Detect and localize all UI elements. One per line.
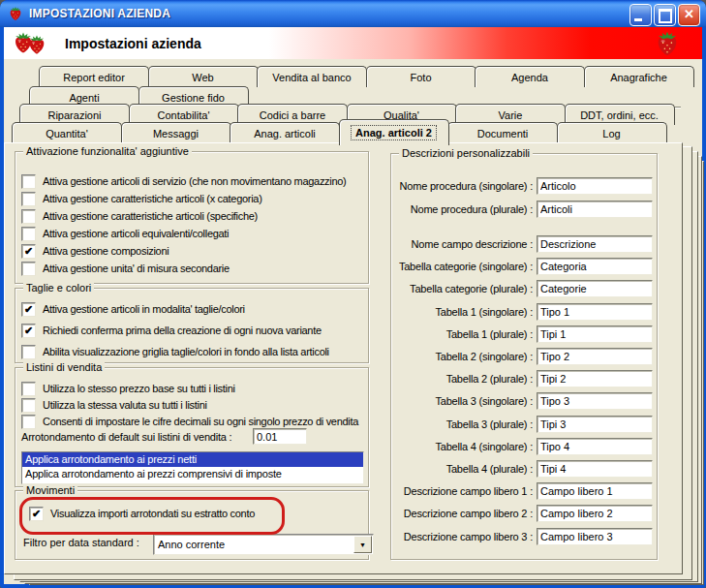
tab-log[interactable]: Log <box>557 122 667 143</box>
checkbox-richiedi-conferma-prima-della-creazione-di-ogni-nuova-variante[interactable]: ✔Richiedi conferma prima della creazione… <box>21 323 368 338</box>
tab-label: Vendita al banco <box>272 72 351 83</box>
checkbox-label: Attiva gestione caratteristiche articoli… <box>43 210 258 222</box>
checkbox-label: Attiva gestione articoli di servizio (ch… <box>43 175 346 187</box>
rounding-label: Arrotondamento di default sui listini di… <box>21 431 231 443</box>
page-title: Impostazioni azienda <box>65 36 201 51</box>
field-row: Tabella categorie (singolare) : <box>391 258 657 276</box>
close-button[interactable]: ✕ <box>678 4 700 26</box>
field-input-tabella-4-plurale[interactable] <box>537 460 653 478</box>
list-option-applica-arrotondamento-ai-prezzi-comprensivi-di-imposte[interactable]: Applica arrotondamento ai prezzi compren… <box>22 467 363 481</box>
field-label: Tabella 1 (singolare) : <box>391 306 533 318</box>
tab-page-anag-articoli-2: Attivazione funzionalita' aggiuntive Att… <box>4 142 683 574</box>
tab-quantita[interactable]: Quantita' <box>12 122 122 143</box>
checkbox-label: Consenti di impostare le cifre decimali … <box>43 416 358 427</box>
tab-label: Anagrafiche <box>610 72 667 83</box>
checkbox-label: Utilizza lo stesso prezzo base su tutti … <box>43 383 235 394</box>
field-label: Descrizione campo libero 3 : <box>391 531 533 542</box>
tab-anag-articoli-2[interactable]: Anag. articoli 2 <box>339 119 449 145</box>
field-input-descrizione-campo-libero-1[interactable] <box>537 482 653 500</box>
minimize-button[interactable] <box>629 4 652 26</box>
group-movimenti: Movimenti ✔Visualizza importi arrotondat… <box>15 490 369 560</box>
field-label: Tabella categorie (plurale) : <box>391 283 533 294</box>
strawberry-icon <box>654 30 681 57</box>
field-input-descrizione-campo-libero-2[interactable] <box>537 505 653 522</box>
checkbox-unchecked-icon <box>21 174 36 189</box>
checkbox-unchecked-icon <box>21 415 36 429</box>
field-input-tabella-3-singolare[interactable] <box>537 392 653 410</box>
tab-anag-articoli[interactable]: Anag. articoli <box>230 122 340 143</box>
filter-date-label: Filtro per data standard : <box>23 537 139 548</box>
client-area: Report editorWebVendita al bancoFotoAgen… <box>4 59 702 584</box>
checkbox-attiva-gestione-articoli-di-servizio-che-non-movimentano-magazzino[interactable]: Attiva gestione articoli di servizio (ch… <box>21 173 368 189</box>
titlebar[interactable]: IMPOSTAZIONI AZIENDA ✕ <box>0 0 706 27</box>
field-row: Tabella 2 (plurale) : <box>391 370 657 388</box>
field-input-nome-procedura-singolare[interactable] <box>537 177 653 195</box>
checkbox-abilita-visualizzazione-griglia-taglie-colori-in-fondo-alla-lista-articoli[interactable]: Abilita visualizzazione griglia taglie/c… <box>21 344 368 359</box>
field-input-tabella-categorie-singolare[interactable] <box>537 258 653 275</box>
group-descrizioni-personalizzabili: Descrizioni personalizzabili Nome proced… <box>390 153 658 560</box>
field-row: Nome campo descrizione : <box>391 235 657 254</box>
field-input-tabella-2-plurale[interactable] <box>537 370 653 387</box>
tab-report-editor[interactable]: Report editor <box>39 66 149 87</box>
minimize-icon <box>634 18 642 21</box>
tab-label: Anag. articoli <box>254 128 316 139</box>
checkbox-attiva-gestione-composizioni[interactable]: ✔Attiva gestione composizioni <box>21 243 368 259</box>
field-label: Tabella 3 (singolare) : <box>391 395 533 407</box>
field-label: Descrizione campo libero 2 : <box>391 508 533 519</box>
rounding-input[interactable] <box>253 428 307 445</box>
field-row: Tabella 4 (singolare) : <box>391 438 657 456</box>
checkbox-label: Attiva gestione composizioni <box>43 245 169 257</box>
tab-label: DDT, ordini, ecc. <box>580 109 659 121</box>
tab-anagrafiche[interactable]: Anagrafiche <box>584 66 694 87</box>
field-input-tabella-4-singolare[interactable] <box>537 438 653 455</box>
field-row: Tabella 2 (singolare) : <box>391 348 657 366</box>
field-label: Tabella 1 (plurale) : <box>391 328 533 340</box>
rounding-mode-listbox[interactable]: Applica arrotondamento ai prezzi nettiAp… <box>21 451 364 484</box>
field-label: Nome procedura (singolare) : <box>391 180 533 192</box>
tab-label: Riparazioni <box>47 109 101 121</box>
field-input-nome-campo-descrizione[interactable] <box>537 235 653 253</box>
group-listini-vendita: Listini di vendita Utilizza lo stesso pr… <box>15 367 369 487</box>
tab-label: Agenti <box>69 92 99 104</box>
combobox-value: Anno corrente <box>154 539 353 550</box>
checkbox-utilizza-la-stessa-valuta-su-tutti-i-listini[interactable]: Utilizza la stessa valuta su tutti i lis… <box>21 397 368 413</box>
tab-label: Agenda <box>511 72 548 83</box>
checkbox-attiva-gestione-unita-di-misura-secondarie[interactable]: Attiva gestione unita' di misura seconda… <box>21 261 368 276</box>
field-input-nome-procedura-plurale[interactable] <box>537 201 653 218</box>
chevron-down-icon: ▼ <box>359 542 366 548</box>
checkbox-attiva-gestione-articoli-in-modalita-taglie-colori[interactable]: ✔Attiva gestione articoli in modalita' t… <box>21 301 368 317</box>
checkbox-label: Abilita visualizzazione griglia taglie/c… <box>43 346 329 357</box>
tab-foto[interactable]: Foto <box>366 66 476 87</box>
header-banner: Impostazioni azienda <box>4 27 702 59</box>
field-input-tabella-1-plurale[interactable] <box>537 325 653 343</box>
tab-label: Anag. articoli 2 <box>352 126 436 139</box>
combobox-dropdown-button[interactable]: ▼ <box>353 536 372 553</box>
filter-date-combobox[interactable]: Anno corrente ▼ <box>153 534 374 555</box>
checkbox-label: Attiva gestione articoli equivalenti/col… <box>43 228 229 239</box>
field-input-tabella-categorie-plurale[interactable] <box>537 280 653 297</box>
checkbox-attiva-gestione-caratteristiche-articoli-specifiche[interactable]: Attiva gestione caratteristiche articoli… <box>21 208 368 224</box>
checkbox-label: Attiva gestione articoli in modalita' ta… <box>43 303 245 315</box>
tab-label: Varie <box>499 109 523 121</box>
tab-agenda[interactable]: Agenda <box>475 66 585 87</box>
checkbox-attiva-gestione-caratteristiche-articoli-x-categoria[interactable]: Attiva gestione caratteristiche articoli… <box>21 191 368 206</box>
field-input-tabella-2-singolare[interactable] <box>537 348 653 365</box>
list-option-applica-arrotondamento-ai-prezzi-netti[interactable]: Applica arrotondamento ai prezzi netti <box>22 452 363 467</box>
strawberries-icon <box>12 31 47 55</box>
checkbox-utilizza-lo-stesso-prezzo-base-su-tutti-i-listini[interactable]: Utilizza lo stesso prezzo base su tutti … <box>21 381 368 396</box>
checkbox-consenti-di-impostare-le-cifre-decimali-su-ogni-singolo-prezzo-di-vendita[interactable]: Consenti di impostare le cifre decimali … <box>21 414 368 429</box>
tab-web[interactable]: Web <box>148 66 259 87</box>
checkbox-checked-icon: ✔ <box>21 302 36 317</box>
checkbox-unchecked-icon <box>21 192 36 206</box>
checkbox-attiva-gestione-articoli-equivalenti-collegati[interactable]: Attiva gestione articoli equivalenti/col… <box>21 226 368 241</box>
field-input-descrizione-campo-libero-3[interactable] <box>537 528 653 545</box>
tab-label: Web <box>192 72 213 83</box>
field-row: Tabella 4 (plurale) : <box>391 460 657 479</box>
field-input-tabella-3-plurale[interactable] <box>537 416 653 433</box>
tab-documenti[interactable]: Documenti <box>447 122 558 143</box>
maximize-button[interactable] <box>654 4 676 26</box>
field-input-tabella-1-singolare[interactable] <box>537 303 653 321</box>
checkbox-label: Utilizza la stessa valuta su tutti i lis… <box>43 399 207 411</box>
tab-messaggi[interactable]: Messaggi <box>121 122 231 143</box>
tab-vendita-al-banco[interactable]: Vendita al banco <box>257 66 367 87</box>
